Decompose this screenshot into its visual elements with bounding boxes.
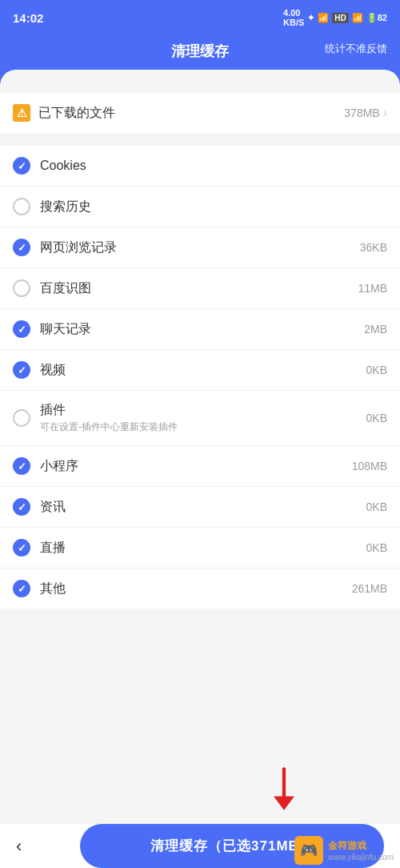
item-content: Cookies bbox=[40, 159, 381, 173]
item-content: 网页浏览记录 bbox=[40, 239, 354, 256]
list-item[interactable]: Cookies bbox=[0, 146, 400, 187]
bottom-navigation: ‹ 清理缓存（已选371MB） 🎮 金符游戏 www.yikajinfu.com bbox=[0, 823, 400, 868]
content-area: ⚠ 已下载的文件 378MB › Cookies 搜索历史 bbox=[0, 93, 400, 689]
item-name: 其他 bbox=[40, 581, 66, 595]
item-content: 聊天记录 bbox=[40, 321, 358, 338]
item-size: 0KB bbox=[366, 541, 387, 554]
checkbox-plugins[interactable] bbox=[13, 409, 30, 427]
item-size: 36KB bbox=[360, 241, 387, 254]
item-name: 插件 bbox=[40, 403, 66, 416]
item-content: 其他 bbox=[40, 581, 346, 597]
svg-marker-1 bbox=[274, 797, 294, 810]
list-item[interactable]: 视频 0KB bbox=[0, 350, 400, 391]
battery-icon: 🔋82 bbox=[366, 13, 387, 23]
red-arrow bbox=[264, 766, 304, 814]
cache-items-list: Cookies 搜索历史 网页浏览记录 36KB bbox=[0, 146, 400, 609]
item-name: 视频 bbox=[40, 363, 66, 376]
downloaded-files-row[interactable]: ⚠ 已下载的文件 378MB › bbox=[0, 93, 400, 133]
checkbox-browse-history[interactable] bbox=[13, 239, 30, 256]
item-size: 0KB bbox=[366, 412, 387, 424]
item-size: 11MB bbox=[358, 282, 387, 295]
network-speed: 4.00KB/S bbox=[283, 8, 304, 27]
status-bar: 14:02 4.00KB/S ✦ 📶 HD 📶 🔋82 bbox=[0, 0, 400, 35]
separator bbox=[0, 139, 400, 146]
checkbox-search-history[interactable] bbox=[13, 198, 30, 215]
item-name: 直播 bbox=[40, 540, 66, 554]
checkbox-video[interactable] bbox=[13, 361, 30, 379]
wifi-icon: 📶 bbox=[318, 13, 329, 23]
checkbox-live[interactable] bbox=[13, 539, 30, 557]
feedback-link[interactable]: 统计不准反馈 bbox=[325, 42, 387, 56]
list-item[interactable]: 插件 可在设置-插件中心重新安装插件 0KB bbox=[0, 391, 400, 446]
bluetooth-icon: ✦ bbox=[307, 13, 314, 23]
item-name: 聊天记录 bbox=[40, 322, 91, 336]
item-name: 搜索历史 bbox=[40, 199, 91, 213]
watermark-logo: 🎮 bbox=[294, 836, 323, 865]
item-content: 百度识图 bbox=[40, 280, 351, 297]
item-subtitle: 可在设置-插件中心重新安装插件 bbox=[40, 420, 360, 434]
item-name: Cookies bbox=[40, 159, 86, 172]
item-content: 直播 bbox=[40, 540, 360, 557]
watermark: 🎮 金符游戏 www.yikajinfu.com bbox=[294, 836, 394, 865]
status-icons: 4.00KB/S ✦ 📶 HD 📶 🔋82 bbox=[283, 8, 387, 27]
hd-badge: HD bbox=[332, 13, 348, 23]
svg-text:🎮: 🎮 bbox=[300, 842, 318, 859]
item-name: 小程序 bbox=[40, 459, 78, 472]
checkbox-news[interactable] bbox=[13, 498, 30, 516]
downloaded-files-size: 378MB bbox=[344, 106, 379, 119]
list-item[interactable]: 直播 0KB bbox=[0, 528, 400, 569]
item-content: 资讯 bbox=[40, 499, 360, 516]
back-button[interactable]: ‹ bbox=[16, 836, 22, 857]
checkbox-mini-programs[interactable] bbox=[13, 457, 30, 475]
item-name: 网页浏览记录 bbox=[40, 240, 117, 254]
item-size: 0KB bbox=[366, 500, 387, 513]
checkbox-other[interactable] bbox=[13, 580, 30, 597]
item-content: 插件 可在设置-插件中心重新安装插件 bbox=[40, 402, 360, 434]
time: 14:02 bbox=[13, 11, 43, 25]
downloaded-files-left: ⚠ 已下载的文件 bbox=[13, 104, 115, 122]
signal-icon: 📶 bbox=[352, 13, 363, 23]
item-content: 视频 bbox=[40, 362, 360, 379]
header-curve bbox=[0, 70, 400, 94]
list-item[interactable]: 资讯 0KB bbox=[0, 487, 400, 528]
downloaded-files-label: 已下载的文件 bbox=[38, 105, 115, 122]
list-item[interactable]: 小程序 108MB bbox=[0, 446, 400, 487]
checkbox-baidu-image[interactable] bbox=[13, 279, 30, 297]
list-item[interactable]: 聊天记录 2MB bbox=[0, 309, 400, 350]
checkbox-cookies[interactable] bbox=[13, 157, 30, 175]
watermark-text-block: 金符游戏 www.yikajinfu.com bbox=[328, 839, 394, 862]
item-size: 261MB bbox=[352, 582, 387, 595]
item-content: 搜索历史 bbox=[40, 199, 381, 215]
list-item[interactable]: 其他 261MB bbox=[0, 569, 400, 609]
item-name: 资讯 bbox=[40, 500, 66, 513]
list-item[interactable]: 网页浏览记录 36KB bbox=[0, 227, 400, 268]
header: 统计不准反馈 清理缓存 bbox=[0, 35, 400, 93]
item-size: 2MB bbox=[364, 323, 387, 336]
item-name: 百度识图 bbox=[40, 281, 91, 295]
list-item[interactable]: 百度识图 11MB bbox=[0, 268, 400, 309]
chevron-right-icon: › bbox=[383, 106, 387, 120]
checkbox-chat-history[interactable] bbox=[13, 320, 30, 338]
item-size: 108MB bbox=[352, 460, 387, 472]
downloaded-files-right: 378MB › bbox=[344, 106, 387, 120]
warning-icon: ⚠ bbox=[13, 104, 30, 122]
item-size: 0KB bbox=[366, 364, 387, 376]
item-content: 小程序 bbox=[40, 458, 346, 475]
list-item[interactable]: 搜索历史 bbox=[0, 187, 400, 227]
